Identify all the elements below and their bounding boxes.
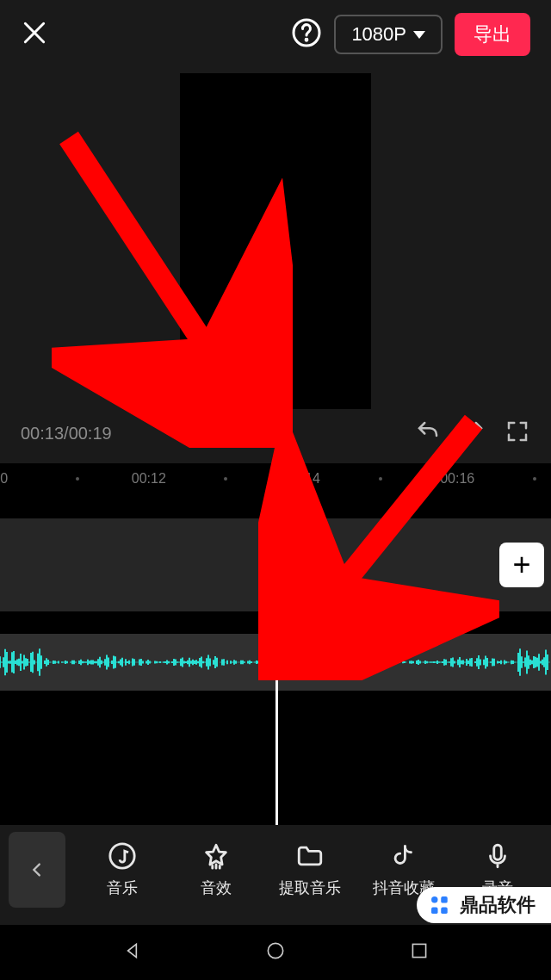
watermark-logo-icon: [427, 892, 453, 918]
nav-back[interactable]: [121, 940, 144, 965]
tool-extract-music[interactable]: 提取音乐: [265, 841, 354, 898]
svg-rect-7: [441, 896, 448, 903]
video-preview[interactable]: [180, 73, 371, 409]
watermark-text: 鼎品软件: [460, 892, 536, 918]
music-note-icon: [108, 841, 137, 871]
close-button[interactable]: [21, 19, 48, 50]
douyin-icon: [389, 841, 418, 871]
preview-area: [0, 69, 551, 413]
time-ruler[interactable]: 0:1000:1200:1400:16: [0, 463, 551, 494]
ruler-dot: [76, 477, 79, 481]
redo-icon: [460, 419, 486, 444]
svg-point-6: [431, 896, 438, 903]
playback-controls: 00:13/00:19: [0, 413, 551, 463]
play-icon: [251, 419, 276, 444]
current-time: 00:13: [21, 424, 64, 443]
svg-rect-8: [431, 908, 438, 915]
square-recent-icon: [408, 940, 430, 962]
play-button[interactable]: [251, 419, 276, 448]
ruler-dot: [533, 477, 536, 481]
timeline[interactable]: 0:1000:1200:1400:16 +: [0, 463, 551, 825]
star-icon: [201, 841, 231, 871]
redo-button[interactable]: [460, 419, 486, 448]
ruler-tick: 00:16: [440, 471, 474, 487]
timecode: 00:13/00:19: [21, 424, 112, 443]
help-button[interactable]: [291, 17, 322, 52]
mic-icon: [483, 841, 512, 871]
fullscreen-button[interactable]: [505, 419, 530, 448]
tool-label: 音效: [201, 878, 232, 898]
svg-point-1: [306, 39, 307, 40]
export-button[interactable]: 导出: [455, 13, 530, 56]
tool-sound-effect[interactable]: 音效: [171, 841, 260, 898]
total-time: 00:19: [69, 424, 112, 443]
watermark-badge: 鼎品软件: [417, 887, 551, 923]
help-icon: [291, 17, 322, 48]
undo-icon: [415, 419, 441, 444]
chevron-left-icon: [28, 860, 46, 879]
ruler-tick: 00:14: [286, 471, 320, 487]
playhead[interactable]: [276, 494, 278, 825]
close-icon: [21, 19, 48, 47]
plus-icon: +: [512, 547, 530, 583]
svg-point-2: [109, 844, 133, 868]
add-clip-button[interactable]: +: [499, 543, 544, 587]
circle-home-icon: [264, 940, 287, 962]
nav-home[interactable]: [264, 940, 287, 965]
resolution-label: 1080P: [351, 23, 406, 46]
top-bar: 1080P 导出: [0, 0, 551, 69]
svg-point-4: [268, 943, 282, 958]
undo-button[interactable]: [415, 419, 441, 448]
ruler-dot: [379, 477, 382, 481]
android-nav-bar: [0, 925, 551, 980]
tool-label: 音乐: [107, 878, 138, 898]
triangle-back-icon: [121, 940, 144, 962]
ruler-tick: 0:10: [0, 471, 8, 487]
resolution-select[interactable]: 1080P: [334, 15, 443, 54]
tool-back-button[interactable]: [9, 832, 65, 908]
folder-icon: [295, 841, 325, 871]
tool-music[interactable]: 音乐: [77, 841, 166, 898]
chevron-down-icon: [413, 31, 425, 39]
svg-rect-9: [441, 908, 448, 915]
nav-recent[interactable]: [408, 940, 430, 965]
ruler-dot: [224, 477, 227, 481]
svg-rect-5: [412, 944, 425, 957]
svg-rect-3: [494, 845, 502, 859]
fullscreen-icon: [505, 419, 530, 444]
tool-label: 提取音乐: [279, 878, 341, 898]
ruler-tick: 00:12: [132, 471, 166, 487]
